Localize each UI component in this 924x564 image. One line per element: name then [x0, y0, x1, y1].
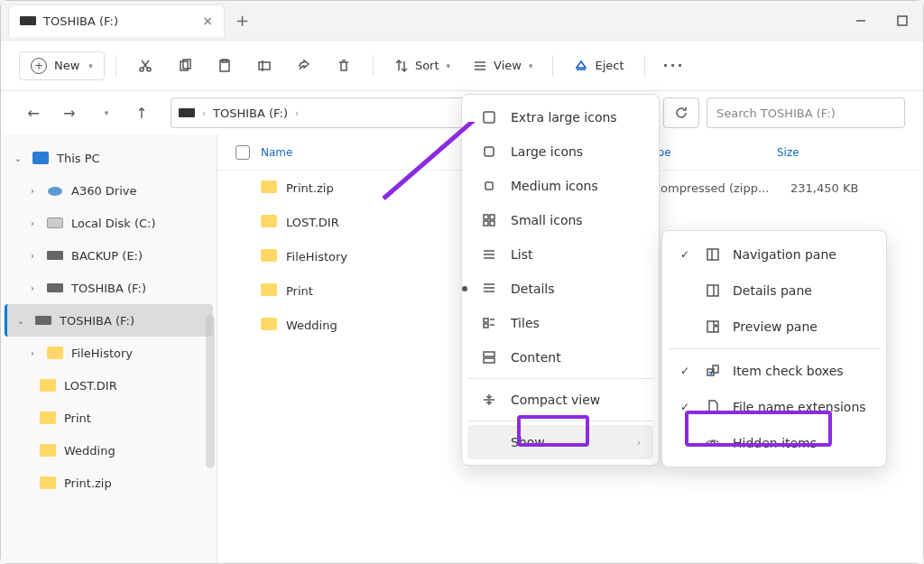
- eye-icon: [704, 435, 722, 451]
- svg-rect-17: [485, 147, 494, 156]
- view-button[interactable]: View ▾: [463, 52, 541, 79]
- refresh-button[interactable]: [663, 97, 699, 128]
- chevron-down-icon: ⌄: [12, 153, 24, 163]
- sidebar-item-printzip[interactable]: Print.zip: [5, 467, 213, 499]
- back-button[interactable]: ←: [19, 98, 48, 127]
- sidebar-item-this-pc[interactable]: ⌄ This PC: [5, 142, 213, 174]
- sidebar-item-lostdir[interactable]: LOST.DIR: [5, 369, 213, 402]
- column-size[interactable]: Size: [777, 146, 799, 159]
- zip-icon: [40, 476, 56, 489]
- small-icons-icon: [480, 212, 498, 228]
- svg-rect-29: [484, 319, 488, 322]
- view-option-small-icons[interactable]: Small icons: [467, 203, 653, 237]
- share-button[interactable]: [286, 50, 322, 82]
- svg-rect-31: [484, 324, 488, 328]
- svg-rect-10: [259, 62, 270, 69]
- tab-title: TOSHIBA (F:): [43, 14, 195, 28]
- sidebar-item-label: Wedding: [64, 444, 116, 458]
- up-button[interactable]: ↑: [127, 98, 156, 127]
- eject-button[interactable]: Eject: [564, 52, 633, 79]
- breadcrumb[interactable]: TOSHIBA (F:): [213, 106, 288, 120]
- sidebar: ⌄ This PC › A360 Drive › Local Disk (C:)…: [1, 134, 217, 563]
- show-submenu-dropdown: ✓ Navigation pane Details pane Preview p…: [661, 230, 887, 467]
- svg-point-44: [711, 441, 715, 445]
- view-compact-toggle[interactable]: Compact view: [467, 383, 653, 417]
- column-name[interactable]: Name: [261, 146, 292, 159]
- file-size: 231,450 KB: [790, 181, 858, 195]
- disk-icon: [47, 217, 63, 228]
- sort-button[interactable]: Sort ▾: [384, 52, 459, 79]
- sidebar-item-toshiba-1[interactable]: › TOSHIBA (F:): [5, 272, 213, 304]
- search-input[interactable]: Search TOSHIBA (F:): [707, 97, 905, 128]
- rename-button[interactable]: [246, 50, 282, 82]
- sidebar-item-toshiba-2[interactable]: ⌄ TOSHIBA (F:): [5, 304, 213, 337]
- show-details-pane[interactable]: Details pane: [668, 273, 881, 309]
- show-navigation-pane[interactable]: ✓ Navigation pane: [668, 236, 881, 273]
- new-button[interactable]: + New ▾: [19, 51, 105, 80]
- new-tab-button[interactable]: +: [236, 11, 249, 30]
- chevron-right-icon: ›: [26, 186, 39, 196]
- view-show-submenu[interactable]: Show ›: [467, 425, 653, 459]
- sidebar-item-label: Print: [64, 411, 91, 425]
- column-type[interactable]: Type: [646, 146, 777, 159]
- view-option-tiles[interactable]: Tiles: [467, 306, 653, 340]
- minimize-button[interactable]: [840, 6, 882, 35]
- chevron-right-icon: ›: [26, 348, 39, 358]
- view-option-content[interactable]: Content: [467, 340, 653, 374]
- show-item-checkboxes[interactable]: ✓ Item check boxes: [668, 353, 881, 389]
- scrollbar[interactable]: [206, 315, 215, 468]
- view-option-list[interactable]: List: [467, 237, 653, 272]
- close-tab-icon[interactable]: ×: [202, 14, 213, 28]
- nav-pane-icon: [704, 246, 722, 263]
- view-option-details[interactable]: Details: [467, 272, 653, 306]
- svg-point-15: [48, 187, 62, 196]
- sidebar-item-label: LOST.DIR: [64, 379, 117, 393]
- separator: [467, 378, 653, 379]
- sidebar-item-label: FileHistory: [71, 347, 133, 360]
- folder-icon: [40, 444, 56, 457]
- maximize-button[interactable]: [882, 6, 923, 35]
- select-all-checkbox[interactable]: [236, 145, 250, 160]
- separator: [644, 55, 645, 77]
- forward-button[interactable]: →: [55, 98, 84, 127]
- sidebar-item-print[interactable]: Print: [5, 402, 213, 434]
- chevron-down-icon: ▾: [529, 61, 533, 70]
- list-icon: [480, 246, 498, 263]
- sidebar-item-label: This PC: [57, 152, 100, 165]
- paste-button[interactable]: [207, 50, 243, 82]
- svg-rect-18: [485, 182, 493, 190]
- separator: [373, 55, 374, 77]
- chevron-down-icon: ▾: [447, 61, 451, 70]
- show-hidden-items[interactable]: Hidden items: [668, 425, 881, 461]
- sidebar-item-filehistory[interactable]: › FileHistory: [5, 337, 213, 369]
- more-button[interactable]: ···: [656, 50, 692, 82]
- view-option-xl-icons[interactable]: Extra large icons: [467, 100, 653, 134]
- compact-icon: [480, 392, 498, 408]
- delete-button[interactable]: [326, 50, 362, 82]
- chevron-down-icon: ⌄: [14, 316, 27, 326]
- view-option-large-icons[interactable]: Large icons: [467, 134, 653, 169]
- folder-icon: [261, 215, 277, 227]
- recent-button[interactable]: ▾: [91, 98, 120, 127]
- cut-button[interactable]: [127, 50, 163, 82]
- sidebar-item-label: A360 Drive: [71, 184, 137, 198]
- sidebar-item-a360[interactable]: › A360 Drive: [5, 174, 213, 207]
- sidebar-item-local-disk[interactable]: › Local Disk (C:): [5, 207, 213, 239]
- tab-active[interactable]: TOSHIBA (F:) ×: [8, 5, 225, 37]
- separator: [116, 55, 116, 77]
- sidebar-item-backup[interactable]: › BACKUP (E:): [5, 239, 213, 272]
- show-preview-pane[interactable]: Preview pane: [668, 309, 881, 345]
- copy-button[interactable]: [167, 50, 203, 82]
- show-file-extensions[interactable]: ✓ File name extensions: [668, 389, 881, 425]
- folder-icon: [47, 347, 63, 359]
- chevron-right-icon: ›: [26, 283, 39, 293]
- checkbox-icon: [704, 363, 722, 379]
- separator: [668, 348, 881, 349]
- zip-icon: [261, 180, 277, 193]
- preview-pane-icon: [704, 319, 722, 335]
- chevron-right-icon: ›: [26, 251, 39, 261]
- view-option-medium-icons[interactable]: Medium icons: [467, 169, 653, 203]
- details-icon: [480, 281, 498, 297]
- sidebar-item-wedding[interactable]: Wedding: [5, 434, 213, 467]
- pc-icon: [32, 152, 49, 164]
